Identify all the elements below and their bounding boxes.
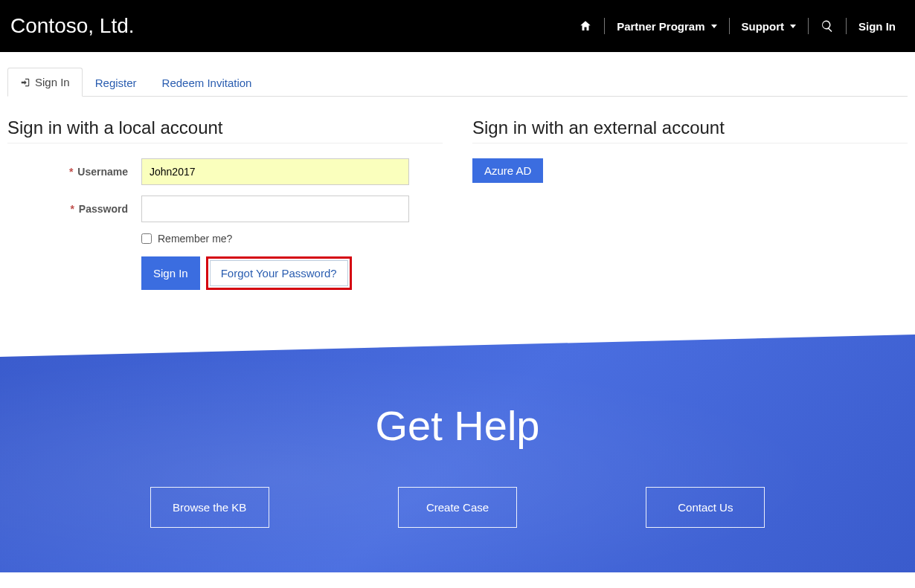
caret-down-icon: [711, 25, 717, 28]
auth-tabs: Sign In Register Redeem Invitation: [7, 67, 908, 97]
local-button-row: Sign In Forgot Your Password?: [141, 256, 443, 290]
auth-columns: Sign in with a local account * Username …: [7, 117, 908, 290]
forgot-password-button[interactable]: Forgot Your Password?: [210, 260, 348, 286]
username-row: * Username: [7, 158, 443, 185]
external-heading: Sign in with an external account: [472, 117, 908, 143]
brand-title: Contoso, Ltd.: [7, 14, 567, 38]
search-nav-button[interactable]: [809, 13, 846, 39]
azure-ad-button[interactable]: Azure AD: [472, 158, 543, 183]
local-heading: Sign in with a local account: [7, 117, 443, 143]
sign-in-icon: [20, 77, 30, 88]
tab-register-label: Register: [95, 77, 137, 89]
help-hero: Get Help Browse the KB Create Case Conta…: [0, 335, 915, 572]
remember-row: Remember me?: [141, 233, 443, 245]
caret-down-icon: [790, 25, 796, 28]
password-label: * Password: [7, 203, 141, 215]
hero-title: Get Help: [15, 401, 900, 450]
external-account-section: Sign in with an external account Azure A…: [472, 117, 908, 290]
password-row: * Password: [7, 196, 443, 222]
browse-kb-button[interactable]: Browse the KB: [150, 487, 269, 528]
support-menu[interactable]: Support: [730, 14, 809, 39]
hero-button-row: Browse the KB Create Case Contact Us: [86, 487, 829, 528]
remember-checkbox[interactable]: [141, 233, 152, 244]
partner-program-menu[interactable]: Partner Program: [605, 14, 728, 39]
create-case-button[interactable]: Create Case: [398, 487, 517, 528]
username-label: * Username: [7, 166, 141, 178]
password-input[interactable]: [141, 196, 409, 222]
top-nav: Contoso, Ltd. Partner Program Support Si…: [0, 0, 915, 52]
support-label: Support: [742, 20, 785, 33]
page-content: Sign In Register Redeem Invitation Sign …: [0, 52, 915, 335]
partner-program-label: Partner Program: [617, 20, 704, 33]
contact-us-button[interactable]: Contact Us: [646, 487, 765, 528]
sign-in-button[interactable]: Sign In: [141, 256, 200, 290]
sign-in-nav-link[interactable]: Sign In: [847, 14, 908, 39]
forgot-password-highlight: Forgot Your Password?: [206, 256, 352, 290]
remember-label: Remember me?: [158, 233, 232, 245]
username-input[interactable]: [141, 158, 409, 185]
tab-sign-in-label: Sign In: [35, 76, 70, 88]
home-icon: [579, 19, 592, 33]
sign-in-nav-label: Sign In: [858, 20, 896, 33]
search-icon: [821, 19, 834, 33]
tab-redeem[interactable]: Redeem Invitation: [150, 68, 265, 97]
home-nav-link[interactable]: [567, 13, 604, 39]
tab-register[interactable]: Register: [83, 68, 150, 97]
local-account-section: Sign in with a local account * Username …: [7, 117, 443, 290]
nav-right: Partner Program Support Sign In: [567, 13, 908, 39]
tab-sign-in[interactable]: Sign In: [7, 68, 83, 97]
tab-redeem-label: Redeem Invitation: [162, 77, 252, 89]
